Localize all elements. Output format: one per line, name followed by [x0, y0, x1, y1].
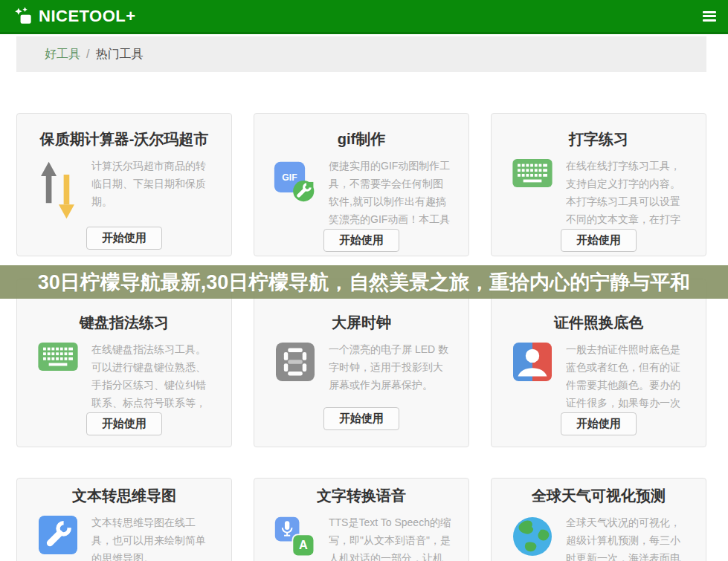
- card-title: 打字练习: [492, 129, 706, 149]
- led-digit-icon: [271, 340, 320, 381]
- card-description: 便捷实用的GIF动图制作工具，不需要学会任何制图软件,就可以制作出有趣搞笑漂亮的…: [329, 157, 452, 229]
- gif-wrench-icon: GIF: [271, 157, 320, 204]
- card-title: 文本转思维导图: [17, 485, 231, 506]
- ad-banner-text: 30日柠檬导航最新,30日柠檬导航，自然美景之旅，重拾内心的宁静与平和: [38, 269, 691, 296]
- tts-mic-icon: A: [271, 513, 320, 559]
- start-button[interactable]: 开始使用: [561, 412, 637, 435]
- breadcrumb-separator: /: [86, 48, 89, 61]
- ad-overlay-banner[interactable]: 30日柠檬导航最新,30日柠檬导航，自然美景之旅，重拾内心的宁静与平和: [0, 265, 728, 299]
- start-button[interactable]: 开始使用: [561, 229, 637, 252]
- start-button[interactable]: 开始使用: [86, 412, 162, 435]
- start-button[interactable]: 开始使用: [86, 227, 162, 250]
- card-title: gif制作: [254, 129, 468, 149]
- card-description: TTS是Text To Speech的缩写，即"从文本到语音"，是人机对话的一部…: [329, 513, 452, 561]
- svg-text:A: A: [299, 538, 308, 551]
- tool-card: 键盘指法练习 在线键盘指法练习工具。可以进行键盘键位熟悉、手指分区练习、键位纠错…: [16, 279, 232, 447]
- card-title: 键盘指法练习: [17, 312, 231, 333]
- card-description: 在线在线打字练习工具，支持自定义打字的内容。本打字练习工具可以设置不同的文本文章…: [566, 157, 689, 229]
- breadcrumb: 好工具 / 热门工具: [16, 36, 706, 72]
- svg-text:GIF: GIF: [282, 172, 297, 183]
- tool-card: 保质期计算器-沃尔玛超市 计算沃尔玛超市商品的转临日期、下架日期和保质期。 开始…: [16, 113, 232, 256]
- hamburger-icon[interactable]: [703, 11, 716, 22]
- card-description: 全球天气状况的可视化，超级计算机预测，每三小时更新一次，海洋表面电流每五天更新: [566, 513, 689, 561]
- card-title: 全球天气可视化预测: [492, 485, 706, 506]
- wrench-icon: [33, 513, 83, 554]
- app-header: NICETOOL+: [0, 0, 728, 34]
- start-button[interactable]: 开始使用: [323, 229, 399, 252]
- keyboard-icon: [508, 157, 557, 187]
- breadcrumb-home-link[interactable]: 好工具: [45, 47, 80, 62]
- card-description: 计算沃尔玛超市商品的转临日期、下架日期和保质期。: [91, 157, 215, 210]
- tool-card: 文本转思维导图 文本转思维导图在线工具，也可以用来绘制简单的思维导图。 开始使用: [16, 478, 232, 561]
- breadcrumb-current: 热门工具: [95, 47, 143, 62]
- card-title: 保质期计算器-沃尔玛超市: [17, 129, 231, 149]
- globe-icon: [508, 513, 557, 557]
- tool-card: 大屏时钟 一个漂亮的电子屏 LED 数字时钟，适用于投影到大屏幕或作为屏幕保护。…: [254, 279, 469, 447]
- start-button[interactable]: 开始使用: [323, 407, 399, 430]
- card-description: 一个漂亮的电子屏 LED 数字时钟，适用于投影到大屏幕或作为屏幕保护。: [329, 340, 452, 394]
- updown-arrows-icon: [33, 157, 83, 223]
- cards-row-1: 保质期计算器-沃尔玛超市 计算沃尔玛超市商品的转临日期、下架日期和保质期。 开始…: [16, 113, 706, 256]
- card-title: 大屏时钟: [254, 312, 468, 333]
- sparkle-tool-icon: [15, 7, 34, 26]
- keyboard-icon: [33, 340, 83, 371]
- card-description: 文本转思维导图在线工具，也可以用来绘制简单的思维导图。: [91, 513, 215, 561]
- card-title: 证件照换底色: [492, 312, 706, 333]
- tool-card: 打字练习 在线在线打字练习工具，支持自定义打字的内容。本打字练习工具可以设置不同…: [491, 113, 706, 256]
- card-title: 文字转换语音: [254, 485, 468, 506]
- cards-row-3: 文本转思维导图 文本转思维导图在线工具，也可以用来绘制简单的思维导图。 开始使用…: [16, 478, 706, 561]
- page: NICETOOL+ 好工具 / 热门工具 保质期计算器-沃尔玛超市 计算沃尔玛超…: [0, 0, 728, 561]
- id-photo-icon: [508, 340, 557, 381]
- card-description: 一般去拍证件照时底色是蓝色或者红色，但有的证件需要其他颜色。要办的证件很多，如果…: [566, 340, 689, 412]
- tool-card: gif制作 GIF 便捷实用的GIF动图制作工具，不需要学会任何制图软件,就可以…: [254, 113, 469, 256]
- logo-text: NICETOOL+: [39, 7, 136, 26]
- cards-row-2: 键盘指法练习 在线键盘指法练习工具。可以进行键盘键位熟悉、手指分区练习、键位纠错…: [16, 279, 706, 447]
- tool-card: 文字转换语音 A TTS是Text To Speech的缩写，即"从文本到语音"…: [254, 478, 469, 561]
- tool-card: 证件照换底色 一般去拍证件照时底色是蓝色或者红色，但有的证件需要其他颜色。要办的…: [491, 279, 706, 447]
- tool-card: 全球天气可视化预测 全球天气状况的可视化，超级计算机预测，每三小时更新一次，海洋…: [491, 478, 706, 561]
- card-description: 在线键盘指法练习工具。可以进行键盘键位熟悉、手指分区练习、键位纠错联系、标点符号…: [91, 340, 215, 412]
- logo[interactable]: NICETOOL+: [15, 7, 136, 26]
